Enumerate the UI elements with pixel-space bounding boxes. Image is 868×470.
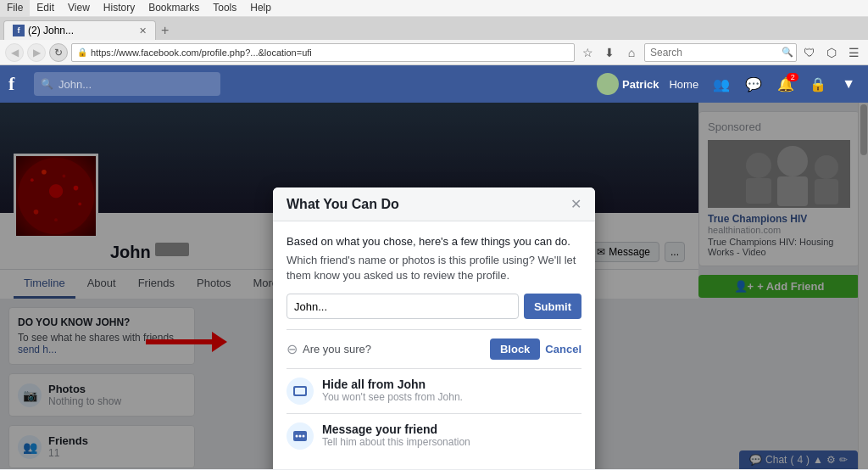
fb-lock-icon[interactable]: 🔒	[805, 75, 831, 94]
svg-rect-17	[295, 388, 305, 394]
hide-all-action[interactable]: Hide all from John You won't see posts f…	[287, 368, 581, 413]
address-bar[interactable]: 🔒 https://www.facebook.com/profile.php?.…	[71, 43, 575, 62]
fb-nav-right: Patrick Home 👥 💬 🔔 2 🔒 ▼	[597, 73, 860, 95]
tab-title: (2) John...	[28, 25, 74, 36]
url-text: https://www.facebook.com/profile.php?...…	[91, 48, 312, 58]
modal-body: Based on what you chose, here's a few th…	[273, 221, 595, 469]
hide-icon-svg	[292, 383, 308, 399]
pocket-button[interactable]: ⬡	[822, 43, 841, 62]
hide-all-text: Hide all from John You won't see posts f…	[322, 378, 463, 403]
fb-search-box[interactable]: 🔍 John...	[34, 72, 220, 96]
browser-search-icon: 🔍	[782, 47, 793, 58]
hide-all-desc: You won't see posts from John.	[322, 391, 463, 403]
modal-description: Which friend's name or photos is this pr…	[287, 253, 581, 283]
menu-bookmarks[interactable]: Bookmarks	[142, 0, 206, 16]
tab-bar: f (2) John... ✕ +	[0, 17, 868, 40]
modal-close-button[interactable]: ✕	[570, 196, 581, 212]
hide-all-title: Hide all from John	[322, 378, 463, 391]
message-friend-action[interactable]: Message your friend Tell him about this …	[287, 413, 581, 458]
block-button[interactable]: Block	[490, 339, 540, 360]
lock-icon: 🔒	[77, 48, 87, 57]
notification-badge: 2	[787, 73, 798, 81]
menu-help[interactable]: Help	[243, 0, 278, 16]
hide-all-icon	[287, 378, 314, 405]
svg-point-20	[299, 435, 302, 438]
message-icon-svg	[292, 428, 308, 444]
tab-favicon: f	[13, 25, 25, 36]
fb-messages-icon[interactable]: 💬	[741, 75, 766, 94]
fb-search-icon: 🔍	[41, 78, 53, 90]
svg-point-21	[303, 435, 305, 438]
navigation-bar: ◀ ▶ ↻ 🔒 https://www.facebook.com/profile…	[0, 40, 868, 65]
fb-user-avatar	[597, 73, 619, 95]
menu-tools[interactable]: Tools	[206, 0, 243, 16]
menu-file[interactable]: File	[0, 0, 30, 16]
submit-button[interactable]: Submit	[524, 294, 581, 319]
message-friend-title: Message your friend	[322, 422, 470, 436]
confirm-buttons: Block Cancel	[490, 339, 581, 360]
facebook-header: f 🔍 John... Patrick Home 👥 💬 🔔 2 🔒 ▼	[0, 65, 868, 103]
page-content: ● John ✉	[0, 103, 868, 469]
message-friend-icon	[287, 422, 314, 450]
shield-button[interactable]: 🛡	[800, 43, 819, 62]
refresh-button[interactable]: ↻	[49, 43, 68, 62]
home-button[interactable]: ⌂	[622, 43, 641, 62]
message-friend-text: Message your friend Tell him about this …	[322, 422, 470, 448]
browser-search-input[interactable]	[644, 43, 797, 62]
message-friend-desc: Tell him about this impersonation	[322, 436, 470, 448]
fb-notifications-icon[interactable]: 🔔 2	[773, 75, 798, 94]
confirm-text: Are you sure?	[303, 343, 371, 355]
fb-logo: f	[8, 73, 29, 95]
fb-username: Patrick	[622, 78, 659, 91]
fb-search-text: John...	[58, 78, 214, 91]
active-tab[interactable]: f (2) John... ✕	[3, 20, 156, 40]
modal-intro-text: Based on what you chose, here's a few th…	[287, 235, 581, 248]
modal-dialog: What You Can Do ✕ Based on what you chos…	[273, 187, 595, 469]
tab-close-icon[interactable]: ✕	[139, 25, 147, 36]
menu-history[interactable]: History	[97, 0, 142, 16]
browser-menubar: File Edit View History Bookmarks Tools H…	[0, 0, 868, 17]
cancel-button[interactable]: Cancel	[545, 339, 581, 360]
minus-icon: ⊖	[287, 341, 298, 357]
fb-home-link[interactable]: Home	[665, 78, 702, 91]
fb-friends-icon[interactable]: 👥	[709, 75, 734, 94]
modal-overlay: What You Can Do ✕ Based on what you chos…	[0, 103, 868, 469]
bookmark-star-button[interactable]: ☆	[578, 43, 597, 62]
menu-button[interactable]: ☰	[844, 43, 863, 62]
back-button[interactable]: ◀	[5, 43, 24, 62]
fb-user-nav[interactable]: Patrick	[597, 73, 659, 95]
new-tab-button[interactable]: +	[156, 23, 174, 38]
friend-name-input[interactable]	[287, 294, 519, 319]
modal-header: What You Can Do ✕	[273, 187, 595, 221]
menu-view[interactable]: View	[61, 0, 97, 16]
name-input-row: Submit	[287, 294, 581, 319]
download-button[interactable]: ⬇	[600, 43, 619, 62]
forward-button[interactable]: ▶	[27, 43, 46, 62]
fb-account-menu[interactable]: ▼	[837, 75, 860, 93]
confirm-left: ⊖ Are you sure?	[287, 341, 371, 357]
svg-point-19	[296, 435, 298, 438]
modal-title: What You Can Do	[287, 197, 399, 212]
confirm-row: ⊖ Are you sure? Block Cancel	[287, 329, 581, 368]
menu-edit[interactable]: Edit	[30, 0, 61, 16]
search-wrapper: 🔍	[644, 43, 797, 62]
